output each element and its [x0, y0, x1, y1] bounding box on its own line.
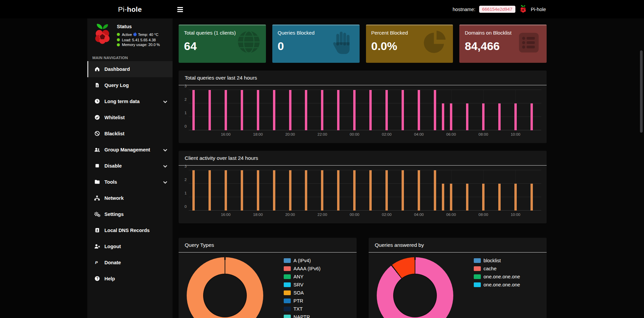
status-memory-row: Memory usage: 20.0 %: [117, 43, 160, 47]
card-queries-blocked: Queries Blocked0: [272, 25, 360, 63]
legend-item-ptr[interactable]: PTR: [284, 298, 321, 304]
legend-item-one.one.one.one[interactable]: one.one.one.one: [474, 282, 520, 287]
x-axis-tick: 04:00: [414, 213, 424, 217]
x-axis-tick: 18:00: [253, 213, 263, 217]
bar-22:00: [321, 170, 323, 211]
bar-06:00: [450, 103, 452, 130]
y-axis-tick: 3: [182, 84, 187, 88]
sidebar-item-tools[interactable]: Tools: [87, 174, 173, 190]
legend-swatch: [474, 274, 481, 279]
bar-plot-area: 0123: [189, 170, 541, 211]
y-axis-tick: 1: [182, 191, 187, 195]
queries-answered-by-donut-chart: [377, 257, 453, 318]
legend-item-any[interactable]: ANY: [284, 274, 321, 279]
sidebar-toggle-button[interactable]: [176, 5, 185, 14]
legend-label: NAPTR: [293, 314, 310, 318]
x-axis-tick: 16:00: [221, 132, 231, 136]
x-axis-tick: 22:00: [318, 213, 327, 217]
app-logo[interactable]: Pi-hole: [87, 0, 173, 18]
sidebar-menu: DashboardQuery LogLong term dataWhitelis…: [87, 61, 173, 287]
bar-07:00: [466, 184, 468, 211]
sidebar-item-network[interactable]: Network: [87, 190, 173, 206]
legend-item-one.one.one.one[interactable]: one.one.one.one: [474, 274, 520, 279]
card-domains-on-blocklist: Domains on Blocklist84,466: [459, 25, 547, 63]
query-types-legend: A (IPv4)AAAA (IPv6)ANYSRVSOAPTRTXTNAPTR: [284, 257, 321, 318]
bar-05:30: [442, 103, 444, 130]
legend-item-srv[interactable]: SRV: [284, 282, 321, 287]
sidebar-item-label: Network: [104, 195, 124, 201]
bar-02:00: [385, 90, 388, 130]
sidebar-item-logout[interactable]: Logout: [87, 238, 173, 255]
check-circle-icon: [93, 115, 101, 120]
legend-item-aaaa-ipv6-[interactable]: AAAA (IPv6): [284, 266, 321, 271]
legend-item-blocklist[interactable]: blocklist: [474, 258, 520, 263]
memory-value: 20.0 %: [148, 43, 160, 47]
bar-05:00: [434, 90, 436, 130]
sidebar-item-dashboard[interactable]: Dashboard: [87, 61, 173, 77]
legend-item-a-ipv4-[interactable]: A (IPv4): [284, 258, 321, 263]
panel-client-activity: Client activity over last 24 hours 16:00…: [179, 151, 547, 223]
page-scrollbar[interactable]: [640, 50, 643, 133]
bar-21:00: [305, 90, 307, 130]
legend-item-soa[interactable]: SOA: [284, 290, 321, 296]
address-book-icon: [93, 227, 101, 233]
bar-21:00: [305, 170, 307, 211]
legend-label: TXT: [293, 306, 303, 312]
sidebar-item-help[interactable]: ?Help: [87, 271, 173, 287]
status-dot-icon: [117, 43, 120, 46]
bar-plot-area: 0123: [189, 90, 541, 130]
paypal-icon: P: [93, 260, 101, 265]
sidebar-item-label: Tools: [104, 179, 117, 185]
x-axis-tick: 16:00: [221, 213, 231, 217]
sidebar-item-blacklist[interactable]: Blacklist: [87, 126, 173, 142]
sidebar: Status Active Temp: 40 °C Load: 5.41 5.6…: [87, 18, 173, 318]
legend-swatch: [284, 274, 291, 279]
bar-11:00: [531, 184, 533, 211]
sidebar-item-group-management[interactable]: Group Management: [87, 142, 173, 158]
total-queries-chart: 16:0018:0020:0022:0000:0002:0004:0006:00…: [189, 88, 541, 143]
svg-text:P: P: [95, 260, 98, 265]
summary-cards: Total queries (1 clients)64Queries Block…: [179, 25, 547, 63]
users-icon: [93, 147, 101, 152]
legend-item-txt[interactable]: TXT: [284, 306, 321, 312]
bar-20:00: [289, 170, 291, 211]
bar-19:00: [273, 90, 275, 130]
bar-05:30: [442, 184, 444, 211]
legend-swatch: [474, 282, 481, 287]
sidebar-item-label: Local DNS Records: [104, 228, 150, 233]
sidebar-item-local-dns-records[interactable]: Local DNS Records: [87, 222, 173, 238]
sidebar-item-query-log[interactable]: Query Log: [87, 77, 173, 93]
legend-label: PTR: [293, 298, 303, 304]
folder-icon: [93, 179, 101, 184]
sitemap-icon: [93, 195, 101, 201]
chevron-down-icon: [163, 147, 167, 153]
sidebar-item-whitelist[interactable]: Whitelist: [87, 109, 173, 126]
y-axis-tick: 3: [182, 164, 187, 168]
bar-02:00: [385, 170, 388, 211]
sidebar-item-settings[interactable]: Settings: [87, 206, 173, 222]
sidebar-item-donate[interactable]: PDonate: [87, 255, 173, 271]
temperature-flame-icon: [133, 32, 137, 37]
bar-03:00: [402, 170, 404, 211]
legend-item-naptr[interactable]: NAPTR: [284, 314, 321, 318]
sidebar-item-label: Dashboard: [104, 66, 130, 72]
legend-item-cache[interactable]: cache: [474, 266, 520, 271]
legend-label: cache: [484, 266, 497, 271]
panel-title: Query Types: [179, 238, 357, 253]
query-types-donut-chart: [187, 257, 263, 318]
sidebar-item-long-term-data[interactable]: Long term data: [87, 93, 173, 109]
gears-icon: [93, 212, 101, 217]
logo-text-thin: Pi-: [118, 5, 127, 13]
temp-value: 40 °C: [149, 33, 158, 37]
chevron-down-icon: [163, 98, 167, 104]
panel-title: Total queries over last 24 hours: [179, 71, 547, 85]
sidebar-item-label: Disable: [104, 163, 122, 169]
chevron-down-icon: [163, 179, 167, 185]
sidebar-item-disable[interactable]: Disable: [87, 158, 173, 174]
status-title: Status: [117, 24, 160, 29]
panel-total-queries: Total queries over last 24 hours 16:0018…: [179, 71, 547, 143]
bar-23:00: [337, 90, 339, 130]
legend-label: ANY: [293, 274, 304, 279]
hostname-label: hostname:: [453, 7, 475, 12]
bar-01:00: [369, 90, 372, 130]
